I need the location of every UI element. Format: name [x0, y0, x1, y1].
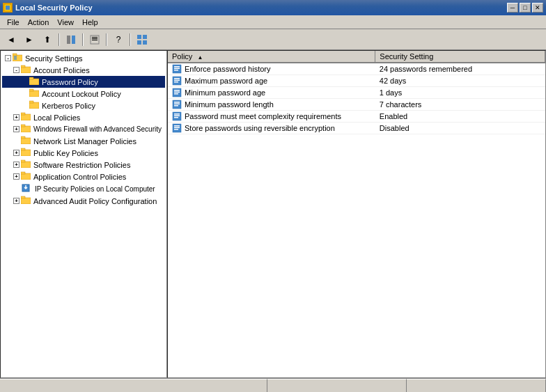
policy-name-2: Minimum password age [185, 88, 265, 97]
tree-item-kerberos[interactable]: Kerberos Policy [2, 100, 165, 111]
svg-rect-15 [21, 67, 31, 73]
status-panel-2 [267, 379, 407, 392]
menu-item-file[interactable]: File [3, 17, 24, 28]
title-bar: Local Security Policy ─ □ ✕ [0, 0, 546, 15]
status-panel-1 [0, 379, 267, 392]
tree-item-network-list[interactable]: Network List Manager Policies [2, 135, 165, 147]
col-header-policy[interactable]: Policy ▲ [168, 51, 375, 63]
svg-rect-26 [21, 125, 25, 127]
tree-item-local-policies[interactable]: + Local Policies [2, 111, 165, 123]
window-controls[interactable]: ─ □ ✕ [507, 3, 543, 13]
tree-item-password-policy[interactable]: Password Policy [2, 76, 165, 88]
svg-rect-10 [137, 40, 141, 45]
svg-rect-57 [174, 117, 178, 118]
tree-item-account-lockout[interactable]: Account Lockout Policy [2, 88, 165, 100]
svg-rect-39 [174, 66, 180, 68]
svg-rect-55 [174, 113, 180, 115]
left-pane-tree: - Security Settings - Account Policies [0, 50, 167, 378]
svg-rect-41 [174, 70, 178, 71]
menu-item-help[interactable]: Help [78, 17, 102, 28]
svg-rect-34 [21, 172, 25, 174]
table-header-row: Policy ▲ Security Setting [168, 51, 545, 63]
svg-rect-52 [174, 104, 180, 105]
right-pane-details: Policy ▲ Security Setting Enforce pa [167, 50, 546, 378]
export-button[interactable] [86, 32, 103, 47]
tree-item-application-control[interactable]: + Application Control Policies [2, 171, 165, 182]
expand-application-control[interactable]: + [13, 173, 20, 180]
tree-item-ip-security[interactable]: IP Security Policies on Local Computer [2, 182, 165, 195]
svg-rect-25 [21, 126, 31, 132]
svg-rect-53 [174, 105, 178, 107]
expand-local-policies[interactable]: + [13, 114, 20, 120]
menu-item-action[interactable]: Action [24, 17, 54, 28]
password-policy-icon [29, 77, 39, 87]
tree-item-account-policies[interactable]: - Account Policies [2, 64, 165, 76]
view-button[interactable] [134, 32, 150, 47]
tree-item-windows-firewall[interactable]: + Windows Firewall with Advanced Securit… [2, 123, 165, 135]
security-settings-icon [13, 53, 22, 63]
up-button[interactable]: ⬆ [39, 32, 56, 47]
svg-rect-21 [29, 102, 39, 109]
security-settings-label: Security Settings [25, 54, 83, 63]
network-list-icon [21, 136, 31, 146]
policy-name-5: Store passwords using reversible encrypt… [185, 124, 335, 132]
close-button[interactable]: ✕ [532, 3, 543, 13]
svg-rect-8 [137, 35, 141, 39]
setting-cell-3: 7 characters [375, 99, 545, 111]
no-expand-kerberos [22, 102, 28, 109]
toolbar-sep-4 [130, 33, 131, 46]
no-expand-account-lockout [22, 91, 28, 97]
status-bar [0, 378, 546, 392]
expand-software-restriction[interactable]: + [13, 162, 20, 168]
svg-rect-60 [174, 127, 180, 129]
minimize-button[interactable]: ─ [507, 3, 518, 13]
svg-rect-14 [14, 56, 17, 60]
svg-rect-33 [21, 173, 31, 180]
expand-windows-firewall[interactable]: + [13, 126, 20, 132]
table-row[interactable]: Enforce password history 24 passwords re… [168, 63, 545, 75]
table-row[interactable]: Maximum password age 42 days [168, 75, 545, 87]
advanced-audit-icon [21, 196, 31, 206]
svg-rect-23 [21, 114, 31, 120]
software-restriction-label: Software Restriction Policies [33, 161, 130, 169]
application-control-label: Application Control Policies [33, 173, 126, 181]
tree-item-public-key[interactable]: + Public Key Policies [2, 147, 165, 159]
tree-item-software-restriction[interactable]: + Software Restriction Policies [2, 159, 165, 171]
svg-rect-40 [174, 68, 180, 70]
menu-bar: FileActionViewHelp [0, 15, 546, 29]
forward-button[interactable]: ► [21, 32, 38, 47]
svg-rect-20 [29, 89, 33, 91]
svg-rect-5 [92, 37, 98, 38]
expand-advanced-audit[interactable]: + [13, 198, 20, 204]
software-restriction-icon [21, 159, 31, 170]
svg-rect-36 [21, 198, 31, 204]
back-button[interactable]: ◄ [3, 32, 20, 47]
show-hide-button[interactable] [63, 32, 79, 47]
expand-security-settings[interactable]: - [5, 55, 11, 61]
help-button[interactable]: ? [110, 32, 127, 47]
table-row[interactable]: Store passwords using reversible encrypt… [168, 123, 545, 134]
tree-item-security-settings[interactable]: - Security Settings [2, 52, 165, 64]
table-row[interactable]: Password must meet complexity requiremen… [168, 111, 545, 123]
menu-item-view[interactable]: View [53, 17, 78, 28]
svg-rect-1 [6, 6, 10, 10]
svg-rect-59 [174, 125, 180, 127]
policy-cell-5: Store passwords using reversible encrypt… [168, 123, 375, 134]
expand-public-key[interactable]: + [13, 150, 20, 156]
account-lockout-label: Account Lockout Policy [42, 90, 121, 98]
setting-cell-4: Enabled [375, 111, 545, 123]
toolbar-sep-2 [82, 33, 84, 46]
maximize-button[interactable]: □ [520, 3, 531, 13]
tree-item-advanced-audit[interactable]: + Advanced Audit Policy Configuration [2, 195, 165, 207]
local-policies-label: Local Policies [33, 113, 80, 122]
no-expand-password-policy [22, 79, 28, 85]
table-row[interactable]: Minimum password length 7 characters [168, 99, 545, 111]
table-row[interactable]: Minimum password age 1 days [168, 87, 545, 99]
svg-rect-28 [21, 136, 25, 139]
svg-rect-16 [21, 65, 25, 68]
expand-account-policies[interactable]: - [13, 67, 20, 73]
account-policies-icon [21, 65, 31, 75]
ip-security-icon [21, 183, 31, 194]
col-security-setting-label: Security Setting [380, 52, 433, 61]
col-header-security-setting[interactable]: Security Setting [375, 51, 545, 63]
